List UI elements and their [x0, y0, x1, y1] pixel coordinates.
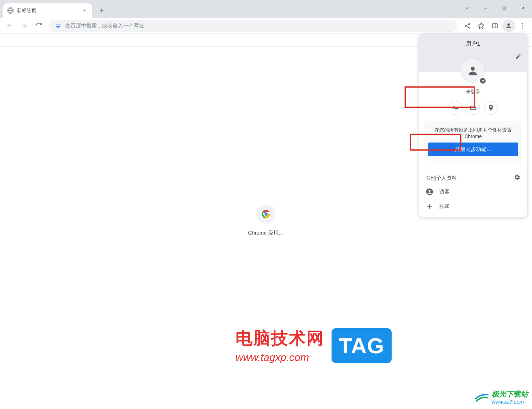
swoosh-icon [475, 391, 489, 403]
svg-point-7 [465, 25, 466, 26]
watermark-tag-badge: TAG [332, 328, 392, 363]
shortcut-label: Chrome 应用… [248, 229, 284, 237]
window-controls [458, 0, 532, 16]
svg-point-13 [522, 25, 523, 26]
profile-username: 用户1 [419, 40, 527, 48]
svg-point-2 [56, 24, 58, 25]
addresses-pin-icon[interactable] [484, 101, 498, 115]
svg-point-20 [453, 107, 454, 108]
plus-icon [426, 202, 434, 210]
sync-text-1: 在您的所有设备上同步并个性化设置 [428, 127, 518, 134]
side-panel-icon[interactable] [488, 19, 501, 32]
watermark-xz7: 极光下载站 www.xz7.com [475, 389, 528, 405]
chrome-apps-shortcut[interactable]: Chrome 应用… [248, 204, 284, 237]
svg-point-14 [522, 27, 523, 28]
chevron-down-icon[interactable] [458, 0, 476, 16]
svg-point-9 [469, 27, 470, 28]
svg-point-11 [507, 23, 510, 26]
bookmark-star-icon[interactable] [475, 19, 488, 32]
guest-label: 访客 [439, 188, 450, 195]
other-profiles-title: 其他个人资料 [426, 174, 457, 182]
sync-promo-box: 在您的所有设备上同步并个性化设置 Chrome 开启同步功能… [424, 121, 522, 161]
close-window-button[interactable] [513, 0, 532, 16]
omnibox-placeholder: 在百度中搜索，或者输入一个网址 [65, 22, 144, 29]
passwords-key-icon[interactable] [449, 101, 462, 115]
maximize-button[interactable] [495, 0, 513, 16]
svg-rect-21 [470, 106, 476, 110]
back-button[interactable] [3, 19, 16, 32]
watermark-url: www.tagxp.com [236, 351, 324, 364]
watermark2-url: www.xz7.com [492, 399, 528, 405]
svg-point-17 [471, 67, 475, 71]
sync-text-2: Chrome [428, 134, 518, 139]
profile-menu-header: 用户1 [419, 34, 527, 72]
toolbar: 在百度中搜索，或者输入一个网址 [0, 18, 532, 34]
chrome-icon [256, 204, 275, 224]
other-profiles-header: 其他个人资料 [419, 167, 527, 185]
address-bar[interactable]: 在百度中搜索，或者输入一个网址 [49, 20, 457, 32]
close-icon[interactable] [81, 7, 88, 14]
svg-point-8 [469, 23, 470, 25]
add-label: 添加 [439, 203, 450, 210]
svg-rect-1 [503, 7, 505, 9]
add-profile-item[interactable]: 添加 [419, 199, 527, 217]
watermark-title: 电脑技术网 [236, 327, 324, 350]
paw-icon [55, 23, 61, 29]
edit-icon[interactable] [515, 53, 522, 61]
sync-off-badge-icon [479, 77, 486, 84]
guest-icon [426, 188, 434, 196]
titlebar: 新标签页 [0, 0, 532, 18]
svg-point-12 [522, 23, 523, 24]
profile-menu: 用户1 未登录 在您的所有设备上同步并个性化设置 Chrome 开启同步功能… [419, 34, 527, 217]
forward-button[interactable] [18, 19, 31, 32]
profile-sync-icons [419, 101, 527, 115]
browser-tab[interactable]: 新标签页 [3, 3, 92, 18]
svg-point-23 [429, 190, 431, 192]
svg-point-6 [57, 26, 59, 27]
tab-title: 新标签页 [17, 7, 36, 14]
svg-point-5 [59, 26, 61, 27]
minimize-button[interactable] [476, 0, 495, 16]
gear-icon[interactable] [513, 174, 521, 182]
share-icon[interactable] [461, 19, 474, 32]
watermark2-title: 极光下载站 [492, 389, 528, 399]
watermark-tagxp: 电脑技术网 www.tagxp.com TAG [236, 327, 392, 364]
profile-avatar-button[interactable] [502, 19, 515, 32]
globe-icon [7, 7, 14, 14]
new-tab-button[interactable] [96, 5, 107, 16]
guest-profile-item[interactable]: 访客 [419, 185, 527, 199]
reload-button[interactable] [32, 19, 45, 32]
payment-card-icon[interactable] [466, 101, 480, 115]
enable-sync-button[interactable]: 开启同步功能… [428, 143, 518, 156]
svg-point-3 [58, 24, 60, 25]
menu-icon[interactable] [516, 19, 529, 32]
svg-point-16 [264, 212, 267, 216]
profile-status: 未登录 [419, 88, 527, 95]
svg-point-4 [56, 26, 57, 27]
